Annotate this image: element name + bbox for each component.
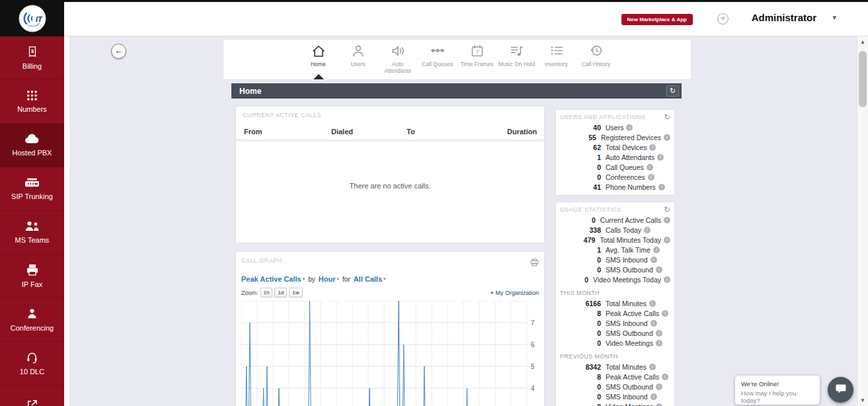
stat-label: SMS Inbound [606, 256, 648, 264]
info-icon[interactable] [664, 237, 670, 243]
people-icon [24, 220, 40, 232]
info-icon[interactable] [648, 174, 654, 181]
usage-previous-month-rows: 8342 Total Minutes 8 Peak Active Calls 0… [560, 362, 670, 406]
group-dropdown[interactable]: Hour [319, 275, 336, 283]
nav-item-auto-attendants[interactable]: Auto Attendants [378, 44, 418, 75]
vertical-scrollbar[interactable]: ▲ ▼ [857, 36, 868, 406]
refresh-icon[interactable]: ↻ [664, 114, 670, 120]
zoom-1d-button[interactable]: 1d [274, 288, 287, 298]
sidebar-item-numbers[interactable]: Numbers [0, 80, 64, 124]
plus-icon[interactable]: + [717, 13, 729, 24]
scroll-down-button[interactable]: ▼ [857, 395, 868, 406]
stat-label: Current Active Calls [600, 216, 661, 224]
stat-label: Users [606, 124, 623, 132]
info-icon[interactable] [651, 320, 657, 327]
chart-controls: Peak Active Calls▾ by Hour▾ for All Call… [241, 275, 539, 283]
user-menu[interactable]: Administrator [752, 12, 816, 23]
stat-value: 0 [560, 319, 601, 327]
stat-row: 8342 Total Minutes [560, 362, 670, 372]
fax-icon [26, 263, 39, 276]
sidebar-item-more[interactable] [0, 386, 64, 406]
home-icon [311, 44, 326, 60]
stat-row: 40 Users [560, 122, 670, 132]
refresh-icon[interactable]: ↻ [664, 206, 670, 213]
nav-item-call-queues[interactable]: Call Queues [418, 44, 457, 68]
active-tab-notch [313, 74, 324, 79]
refresh-page-button[interactable]: ↻ [666, 85, 679, 97]
stat-row: 55 Registered Devices [560, 132, 670, 142]
chevron-down-icon[interactable]: ▾ [832, 13, 836, 22]
legend-label: My Organization [495, 290, 539, 296]
info-icon[interactable] [664, 217, 670, 223]
nav-item-label: Music On Hold [498, 61, 535, 68]
zoom-1h-button[interactable]: 1h [260, 288, 273, 298]
info-icon[interactable] [656, 403, 662, 406]
info-icon[interactable] [662, 310, 668, 317]
nav-item-inventory[interactable]: Inventory [537, 44, 576, 68]
filter-dropdown[interactable]: All Calls [354, 275, 382, 283]
zoom-1w-button[interactable]: 1w [289, 288, 302, 298]
chat-widget-bubble[interactable]: We're Online! How may I help you today? [735, 376, 820, 405]
sidebar-item-hosted-pbx[interactable]: Hosted PBX [0, 124, 64, 167]
info-icon[interactable] [626, 124, 633, 131]
info-icon[interactable] [651, 257, 657, 263]
column-dialed: Dialed [331, 128, 407, 136]
print-icon[interactable] [530, 257, 539, 269]
info-icon[interactable] [649, 364, 656, 370]
brand-logo[interactable]: IT [0, 0, 64, 36]
page-header-bar: Home ↻ [231, 83, 682, 99]
info-icon[interactable] [656, 330, 662, 337]
marketplace-button[interactable]: New Marketplace & App [621, 14, 693, 25]
stat-row: 0 SMS Outbound [560, 264, 670, 274]
info-icon[interactable] [644, 227, 651, 233]
nav-item-time-frames[interactable]: 7 Time Frames [457, 44, 497, 68]
nav-item-call-history[interactable]: Call History [576, 44, 616, 68]
info-icon[interactable] [651, 393, 657, 400]
nav-item-label: Call History [582, 61, 610, 68]
stat-label: Total Minutes [606, 300, 647, 307]
stat-label: SMS Outbound [606, 266, 653, 274]
stat-label: Video Meetings [606, 339, 653, 347]
nav-item-home[interactable]: Home [299, 44, 338, 68]
chat-launcher-button[interactable] [828, 377, 853, 403]
info-icon[interactable] [647, 164, 653, 171]
usage-today-rows: 0 Current Active Calls 338 Calls Today 4… [560, 215, 670, 284]
stat-row: 0 Video Meetings [560, 338, 670, 348]
sidebar-item-billing[interactable]: $ Billing [0, 36, 64, 80]
sidebar-item-10-dlc[interactable]: 10 DLC [0, 342, 64, 386]
for-label: for [342, 276, 350, 283]
info-icon[interactable] [649, 144, 656, 151]
chevron-down-icon: ▾ [336, 276, 339, 282]
info-icon[interactable] [656, 266, 662, 273]
stat-row: 0 SMS Inbound [560, 255, 670, 264]
info-icon[interactable] [662, 374, 668, 380]
nav-item-label: Auto Attendants [379, 61, 416, 75]
chat-status: We're Online! [741, 380, 814, 387]
info-icon[interactable] [664, 134, 670, 141]
back-button[interactable]: ← [111, 44, 126, 59]
sidebar-item-ms-teams[interactable]: MS Teams [0, 211, 64, 255]
scrollbar-thumb[interactable] [859, 51, 867, 107]
info-icon[interactable] [649, 300, 656, 307]
stat-label: Calls Today [606, 226, 641, 234]
stat-value: 0 [560, 383, 601, 391]
stat-row: 0 Video Meetings [560, 401, 670, 406]
sidebar-item-ip-fax[interactable]: IP Fax [0, 255, 64, 298]
metric-dropdown[interactable]: Peak Active Calls [241, 275, 301, 283]
info-icon[interactable] [658, 184, 665, 190]
column-to: To [407, 128, 507, 136]
info-icon[interactable] [656, 340, 662, 346]
info-icon[interactable] [664, 276, 670, 283]
nav-item-music-on-hold[interactable]: Music On Hold [497, 44, 537, 68]
sidebar-item-conferencing[interactable]: Conferencing [0, 298, 64, 342]
info-icon[interactable] [657, 154, 664, 161]
scroll-up-button[interactable]: ▲ [857, 36, 868, 48]
stat-value: 0 [560, 339, 601, 347]
chart-legend[interactable]: ● My Organization [491, 290, 539, 296]
nav-item-users[interactable]: Users [338, 44, 378, 68]
cloud-icon [24, 133, 40, 145]
info-icon[interactable] [656, 384, 662, 390]
headset-icon [26, 351, 38, 364]
info-icon[interactable] [653, 247, 660, 253]
sidebar-item-sip-trunking[interactable]: SIP Trunking [0, 167, 64, 211]
